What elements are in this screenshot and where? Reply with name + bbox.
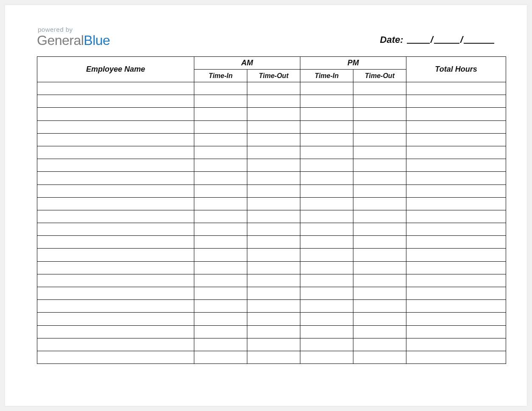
cell-am_out[interactable]	[247, 223, 300, 236]
cell-pm_in[interactable]	[300, 133, 353, 146]
cell-am_out[interactable]	[247, 210, 300, 223]
cell-am_out[interactable]	[247, 325, 300, 338]
date-blank-day[interactable]	[434, 35, 459, 44]
cell-total[interactable]	[406, 108, 506, 120]
cell-name[interactable]	[37, 223, 194, 236]
cell-name[interactable]	[37, 197, 194, 210]
cell-am_in[interactable]	[194, 95, 247, 108]
cell-pm_in[interactable]	[300, 287, 353, 300]
cell-name[interactable]	[37, 287, 194, 300]
cell-am_in[interactable]	[194, 172, 247, 185]
cell-am_in[interactable]	[194, 197, 247, 210]
cell-pm_out[interactable]	[353, 325, 406, 338]
cell-pm_in[interactable]	[300, 185, 353, 197]
cell-name[interactable]	[37, 185, 194, 197]
cell-total[interactable]	[406, 197, 506, 210]
cell-total[interactable]	[406, 313, 506, 325]
cell-name[interactable]	[37, 172, 194, 185]
cell-am_in[interactable]	[194, 325, 247, 338]
cell-total[interactable]	[406, 287, 506, 300]
cell-am_in[interactable]	[194, 185, 247, 197]
cell-am_in[interactable]	[194, 351, 247, 363]
cell-name[interactable]	[37, 338, 194, 351]
cell-pm_out[interactable]	[353, 236, 406, 249]
cell-am_in[interactable]	[194, 159, 247, 172]
cell-pm_in[interactable]	[300, 300, 353, 313]
cell-am_out[interactable]	[247, 159, 300, 172]
cell-name[interactable]	[37, 159, 194, 172]
cell-am_in[interactable]	[194, 133, 247, 146]
cell-am_in[interactable]	[194, 287, 247, 300]
cell-am_out[interactable]	[247, 146, 300, 159]
cell-pm_out[interactable]	[353, 210, 406, 223]
cell-pm_out[interactable]	[353, 274, 406, 287]
cell-pm_out[interactable]	[353, 351, 406, 363]
cell-pm_in[interactable]	[300, 325, 353, 338]
cell-name[interactable]	[37, 120, 194, 133]
cell-pm_out[interactable]	[353, 249, 406, 261]
cell-total[interactable]	[406, 338, 506, 351]
cell-am_out[interactable]	[247, 313, 300, 325]
cell-pm_out[interactable]	[353, 133, 406, 146]
cell-pm_out[interactable]	[353, 146, 406, 159]
cell-total[interactable]	[406, 146, 506, 159]
cell-am_out[interactable]	[247, 120, 300, 133]
cell-am_out[interactable]	[247, 197, 300, 210]
cell-pm_in[interactable]	[300, 95, 353, 108]
cell-total[interactable]	[406, 159, 506, 172]
cell-am_in[interactable]	[194, 210, 247, 223]
cell-pm_in[interactable]	[300, 223, 353, 236]
cell-name[interactable]	[37, 133, 194, 146]
cell-name[interactable]	[37, 236, 194, 249]
cell-pm_in[interactable]	[300, 146, 353, 159]
cell-am_out[interactable]	[247, 351, 300, 363]
cell-total[interactable]	[406, 120, 506, 133]
cell-pm_out[interactable]	[353, 197, 406, 210]
cell-am_in[interactable]	[194, 313, 247, 325]
cell-total[interactable]	[406, 223, 506, 236]
cell-pm_out[interactable]	[353, 120, 406, 133]
cell-pm_out[interactable]	[353, 82, 406, 95]
cell-name[interactable]	[37, 351, 194, 363]
date-blank-year[interactable]	[464, 35, 494, 44]
cell-pm_out[interactable]	[353, 108, 406, 120]
cell-pm_in[interactable]	[300, 108, 353, 120]
cell-am_out[interactable]	[247, 95, 300, 108]
cell-am_in[interactable]	[194, 120, 247, 133]
cell-name[interactable]	[37, 313, 194, 325]
cell-name[interactable]	[37, 146, 194, 159]
cell-am_out[interactable]	[247, 338, 300, 351]
cell-am_out[interactable]	[247, 185, 300, 197]
cell-total[interactable]	[406, 82, 506, 95]
cell-am_out[interactable]	[247, 249, 300, 261]
date-blank-month[interactable]	[407, 35, 430, 44]
cell-total[interactable]	[406, 95, 506, 108]
cell-pm_out[interactable]	[353, 287, 406, 300]
cell-pm_in[interactable]	[300, 236, 353, 249]
cell-name[interactable]	[37, 210, 194, 223]
cell-name[interactable]	[37, 261, 194, 274]
cell-pm_out[interactable]	[353, 95, 406, 108]
cell-pm_in[interactable]	[300, 274, 353, 287]
cell-am_in[interactable]	[194, 274, 247, 287]
cell-total[interactable]	[406, 236, 506, 249]
cell-total[interactable]	[406, 325, 506, 338]
cell-name[interactable]	[37, 95, 194, 108]
cell-am_out[interactable]	[247, 261, 300, 274]
cell-am_out[interactable]	[247, 172, 300, 185]
cell-am_in[interactable]	[194, 146, 247, 159]
cell-pm_in[interactable]	[300, 210, 353, 223]
cell-am_in[interactable]	[194, 249, 247, 261]
cell-name[interactable]	[37, 82, 194, 95]
cell-pm_out[interactable]	[353, 172, 406, 185]
cell-am_out[interactable]	[247, 82, 300, 95]
cell-name[interactable]	[37, 249, 194, 261]
cell-pm_in[interactable]	[300, 313, 353, 325]
cell-am_out[interactable]	[247, 287, 300, 300]
cell-am_in[interactable]	[194, 108, 247, 120]
cell-total[interactable]	[406, 133, 506, 146]
cell-am_out[interactable]	[247, 236, 300, 249]
cell-pm_in[interactable]	[300, 159, 353, 172]
cell-am_in[interactable]	[194, 236, 247, 249]
cell-name[interactable]	[37, 108, 194, 120]
